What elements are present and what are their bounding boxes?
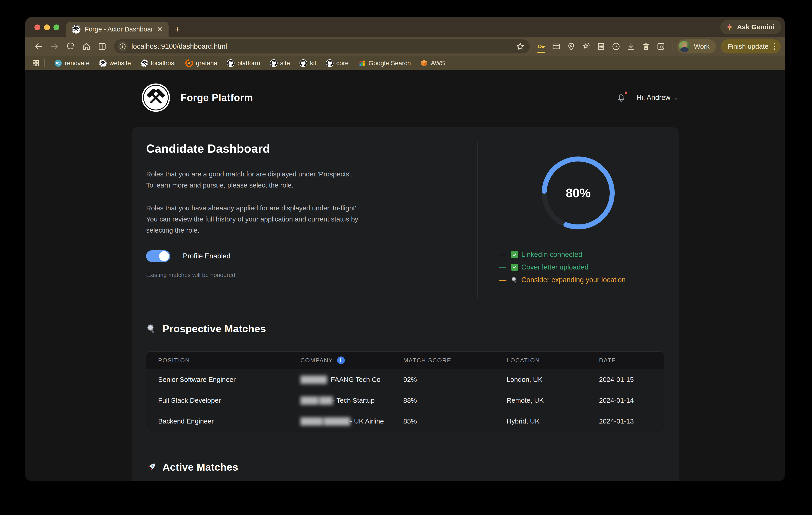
col-match-score: MATCH SCORE: [392, 352, 495, 369]
bookmark-localhost[interactable]: localhost: [137, 58, 180, 69]
profile-chip[interactable]: Work: [677, 39, 716, 54]
bookmark-label: AWS: [431, 60, 445, 67]
finish-update-button[interactable]: Finish update: [721, 39, 781, 54]
aws-cube-icon: [420, 59, 428, 67]
close-window-button[interactable]: [34, 25, 40, 30]
browser-toolbar: localhost:9100/dashboard.html: [25, 37, 785, 56]
renovate-icon: [54, 59, 62, 67]
rocket-icon: [146, 462, 156, 473]
profile-label: Work: [694, 42, 709, 50]
magnifier-icon: [511, 276, 518, 283]
brand: Forge Platform: [141, 83, 253, 112]
trash-icon: [641, 42, 650, 51]
forge-logo-icon: [141, 83, 171, 112]
home-icon: [82, 42, 91, 51]
google-chart-icon: [358, 59, 366, 67]
tab-favicon-forge-icon: [71, 25, 81, 34]
apps-grid-icon[interactable]: [32, 59, 40, 67]
toggle-label: Profile Enabled: [183, 252, 230, 260]
location-pin-icon: [567, 42, 576, 51]
downloads-button[interactable]: [625, 39, 638, 54]
intro-paragraph-2: Roles that you have alreaady applied for…: [146, 203, 462, 236]
side-panel-icon: [98, 42, 107, 51]
side-panel-button[interactable]: [95, 39, 109, 54]
site-info-button[interactable]: [117, 41, 128, 52]
bookmark-core[interactable]: core: [322, 58, 352, 69]
inspect-button[interactable]: [654, 39, 667, 54]
checklist-item-linkedin: — LinkedIn connected: [499, 250, 664, 259]
reviews-button[interactable]: [580, 39, 593, 54]
site-header: Forge Platform Hi, Andrew ⌄: [25, 70, 785, 125]
gemini-icon: [725, 23, 734, 31]
url-text[interactable]: localhost:9100/dashboard.html: [132, 42, 516, 51]
redacted-company-name: █████ ██████: [300, 417, 350, 425]
check-icon: [511, 251, 518, 258]
browser-tab[interactable]: Forge - Actor Dashboard ✕: [66, 22, 169, 37]
table-row[interactable]: Senior Software Engineer ██████ - FAANG …: [146, 369, 664, 390]
finish-update-label: Finish update: [728, 42, 768, 50]
forward-button[interactable]: [48, 39, 62, 54]
browser-menu-icon[interactable]: [773, 43, 777, 50]
password-manager-extension[interactable]: [535, 39, 548, 54]
active-matches-heading: Active Matches: [146, 461, 664, 473]
bookmark-label: Google Search: [369, 60, 411, 67]
table-row[interactable]: Full Stack Developer ████ ███ - Tech Sta…: [146, 390, 664, 411]
bookmark-star-icon[interactable]: [516, 42, 525, 51]
bookmark-label: kit: [310, 60, 316, 67]
github-icon: [270, 59, 278, 67]
bookmark-label: renovate: [65, 60, 89, 67]
bookmark-aws[interactable]: AWS: [417, 58, 448, 69]
redacted-company-name: ████ ███: [300, 397, 332, 404]
desktop: Forge - Actor Dashboard ✕ + Ask Gemini: [0, 0, 812, 515]
reload-button[interactable]: [63, 39, 78, 54]
user-menu[interactable]: Hi, Andrew ⌄: [636, 94, 678, 102]
checklist-item-location: — Consider expanding your location: [499, 276, 664, 284]
bookmark-kit[interactable]: kit: [296, 58, 320, 69]
bookmarks-bar: renovatewebsitelocalhostgrafanaplatforms…: [25, 56, 785, 70]
browser-window: Forge - Actor Dashboard ✕ + Ask Gemini: [25, 17, 785, 481]
forward-icon: [50, 42, 59, 51]
ask-gemini-button[interactable]: Ask Gemini: [720, 20, 781, 34]
device-inspect-icon: [656, 42, 665, 51]
github-icon: [326, 59, 334, 67]
github-icon: [299, 59, 307, 67]
credit-card-icon: [552, 42, 561, 51]
delete-browsing-data-button[interactable]: [639, 39, 652, 54]
company-info-icon[interactable]: i: [337, 357, 345, 364]
new-tab-button[interactable]: +: [174, 25, 180, 34]
list-icon: [597, 42, 606, 51]
minimize-window-button[interactable]: [44, 25, 50, 30]
site-info-icon: [119, 43, 126, 50]
bookmark-site[interactable]: site: [266, 58, 294, 69]
home-button[interactable]: [79, 39, 93, 54]
tab-close-icon[interactable]: ✕: [156, 25, 164, 33]
bookmark-label: grafana: [196, 60, 217, 67]
prospective-matches-table: POSITION COMPANY i MATCH SCORE LOCATION …: [146, 352, 664, 432]
profile-enabled-toggle[interactable]: [146, 250, 170, 262]
table-row[interactable]: Backend Engineer █████ ██████ - UK Airli…: [146, 411, 664, 432]
check-icon: [511, 264, 518, 271]
bookmark-google-search[interactable]: Google Search: [354, 58, 415, 69]
bookmark-website[interactable]: website: [95, 58, 135, 69]
bookmark-renovate[interactable]: renovate: [51, 58, 93, 69]
col-date: DATE: [587, 352, 664, 369]
bookmark-grafana[interactable]: grafana: [182, 58, 221, 69]
main-content: Candidate Dashboard Roles that you are a…: [132, 125, 678, 481]
history-button[interactable]: [609, 39, 622, 54]
fullscreen-window-button[interactable]: [54, 25, 59, 30]
location-button[interactable]: [564, 39, 578, 54]
payment-methods-button[interactable]: [550, 39, 563, 54]
progress-percent: 80%: [540, 154, 617, 232]
bookmark-label: website: [110, 60, 131, 67]
col-position: POSITION: [146, 352, 289, 369]
reading-list-button[interactable]: [594, 39, 608, 54]
back-button[interactable]: [32, 39, 46, 54]
toolbar-separator: [672, 41, 672, 52]
address-bar[interactable]: localhost:9100/dashboard.html: [114, 39, 530, 54]
notifications-button[interactable]: [616, 92, 627, 103]
table-header-row: POSITION COMPANY i MATCH SCORE LOCATION …: [146, 352, 664, 369]
page-title: Candidate Dashboard: [146, 142, 462, 155]
bookmark-platform[interactable]: platform: [223, 58, 264, 69]
col-location: LOCATION: [495, 352, 587, 369]
forge-hammers-icon: [141, 59, 148, 67]
